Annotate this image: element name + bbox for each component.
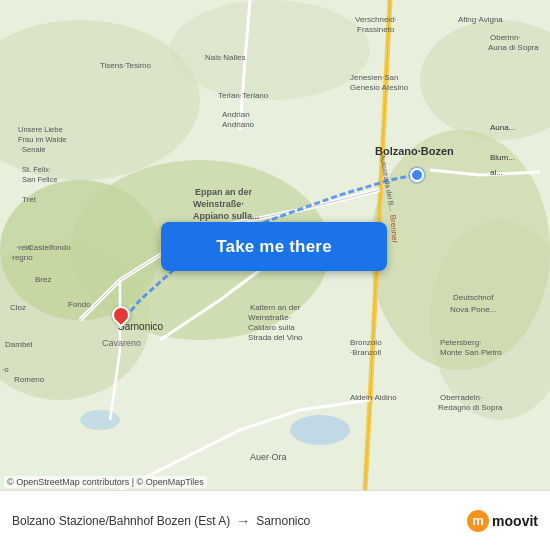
svg-text:·o: ·o — [2, 365, 9, 374]
origin-dot — [410, 168, 424, 182]
svg-text:Dambel: Dambel — [5, 340, 33, 349]
svg-text:Castelfondo: Castelfondo — [28, 243, 71, 252]
svg-text:Verschneid·: Verschneid· — [355, 15, 397, 24]
svg-point-9 — [290, 415, 350, 445]
svg-text:·regno: ·regno — [10, 253, 33, 262]
svg-text:San Fellce: San Fellce — [22, 175, 57, 184]
svg-text:Cavareno: Cavareno — [102, 338, 141, 348]
svg-text:Auer·Ora: Auer·Ora — [250, 452, 287, 462]
svg-text:Appiano sulla...: Appiano sulla... — [193, 211, 260, 221]
map-container: Bolzano·Bozen Sarnonico Cavareno Tisens·… — [0, 0, 550, 490]
svg-text:Nals·Nalles: Nals·Nalles — [205, 53, 245, 62]
svg-text:Weinstraße·: Weinstraße· — [248, 313, 291, 322]
moovit-text: moovit — [492, 513, 538, 529]
svg-text:St. Felix·: St. Felix· — [22, 165, 51, 174]
svg-text:Fondo: Fondo — [68, 300, 91, 309]
svg-point-10 — [80, 410, 120, 430]
svg-text:Frassineto: Frassineto — [357, 25, 395, 34]
svg-text:Weinstraße·: Weinstraße· — [193, 199, 244, 209]
moovit-letter: m — [467, 510, 489, 532]
svg-text:Caldaro sulla: Caldaro sulla — [248, 323, 295, 332]
svg-text:Auna di Sopra: Auna di Sopra — [488, 43, 539, 52]
svg-text:Unsere Liebe: Unsere Liebe — [18, 125, 63, 134]
svg-text:Eppan an der: Eppan an der — [195, 187, 253, 197]
destination-pin — [112, 306, 130, 324]
svg-text:Andrian: Andrian — [222, 110, 250, 119]
origin-label: Bolzano Stazione/Bahnhof Bozen (Est A) — [12, 514, 230, 528]
destination-label: Sarnonico — [256, 514, 310, 528]
svg-text:al...: al... — [490, 168, 503, 177]
svg-text:Petersberg·: Petersberg· — [440, 338, 481, 347]
svg-text:Brez: Brez — [35, 275, 51, 284]
svg-text:Jenesien·San: Jenesien·San — [350, 73, 398, 82]
svg-text:·Branzoll: ·Branzoll — [350, 348, 381, 357]
svg-text:Frau im Walde: Frau im Walde — [18, 135, 66, 144]
take-me-there-button[interactable]: Take me there — [161, 222, 387, 271]
svg-text:Oberradeln·: Oberradeln· — [440, 393, 482, 402]
map-attribution: © OpenStreetMap contributors | © OpenMap… — [4, 476, 207, 488]
svg-text:Afing·Avigna: Afing·Avigna — [458, 15, 503, 24]
svg-point-5 — [170, 0, 370, 100]
moovit-logo: m moovit — [467, 510, 538, 532]
svg-text:Terlan·Terlano: Terlan·Terlano — [218, 91, 269, 100]
svg-text:Andriano: Andriano — [222, 120, 255, 129]
svg-text:Kaltern an der: Kaltern an der — [250, 303, 301, 312]
bottom-bar: Bolzano Stazione/Bahnhof Bozen (Est A) →… — [0, 490, 550, 550]
svg-text:Redagno di Sopra: Redagno di Sopra — [438, 403, 503, 412]
svg-text:·Senale: ·Senale — [20, 145, 45, 154]
svg-text:Bronzolo: Bronzolo — [350, 338, 382, 347]
svg-text:Tret: Tret — [22, 195, 37, 204]
svg-point-8 — [370, 130, 550, 370]
svg-text:Blum...: Blum... — [490, 153, 515, 162]
arrow-icon: → — [236, 513, 250, 529]
svg-text:Aldein·Aldino: Aldein·Aldino — [350, 393, 397, 402]
svg-text:Nova Pone...: Nova Pone... — [450, 305, 496, 314]
svg-text:Auna...: Auna... — [490, 123, 515, 132]
svg-text:Romeno: Romeno — [14, 375, 45, 384]
svg-text:Strada del Vino: Strada del Vino — [248, 333, 303, 342]
svg-text:Genesio Atesino: Genesio Atesino — [350, 83, 409, 92]
svg-text:Monte San Pietro: Monte San Pietro — [440, 348, 502, 357]
svg-text:Cloz: Cloz — [10, 303, 26, 312]
svg-text:Deutschnof: Deutschnof — [453, 293, 494, 302]
svg-text:Oberinn·: Oberinn· — [490, 33, 521, 42]
svg-text:Tisens·Tesimo: Tisens·Tesimo — [100, 61, 151, 70]
